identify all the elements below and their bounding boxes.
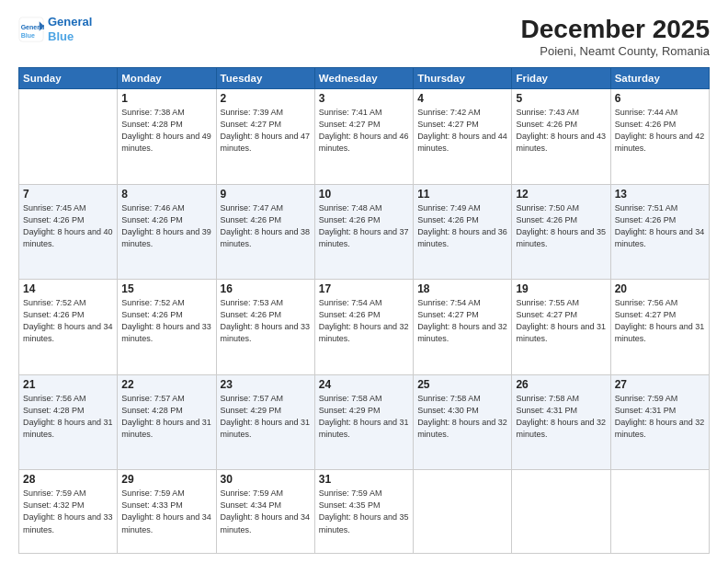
calendar-cell [414,470,512,554]
day-info: Sunrise: 7:58 AMSunset: 4:31 PMDaylight:… [516,393,606,441]
calendar-cell: 15Sunrise: 7:52 AMSunset: 4:26 PMDayligh… [118,280,216,375]
calendar-cell: 25Sunrise: 7:58 AMSunset: 4:30 PMDayligh… [414,374,512,470]
day-info: Sunrise: 7:43 AMSunset: 4:26 PMDaylight:… [516,107,606,155]
calendar-cell: 31Sunrise: 7:59 AMSunset: 4:35 PMDayligh… [314,470,413,554]
location-subtitle: Poieni, Neamt County, Romania [521,44,710,58]
day-number: 30 [221,473,311,486]
day-info: Sunrise: 7:54 AMSunset: 4:26 PMDaylight:… [319,297,409,345]
day-info: Sunrise: 7:42 AMSunset: 4:27 PMDaylight:… [417,107,507,155]
logo-general: General [48,15,92,29]
calendar-week-row: 14Sunrise: 7:52 AMSunset: 4:26 PMDayligh… [19,280,710,375]
calendar-cell: 13Sunrise: 7:51 AMSunset: 4:26 PMDayligh… [610,184,709,280]
calendar-cell: 22Sunrise: 7:57 AMSunset: 4:28 PMDayligh… [118,374,216,470]
day-info: Sunrise: 7:52 AMSunset: 4:26 PMDaylight:… [121,297,211,345]
day-number: 14 [23,282,113,295]
calendar-cell: 4Sunrise: 7:42 AMSunset: 4:27 PMDaylight… [414,89,512,185]
header: General Blue General Blue December 2025 … [18,15,710,58]
calendar-cell: 14Sunrise: 7:52 AMSunset: 4:26 PMDayligh… [19,280,118,375]
col-header-friday: Friday [512,68,610,89]
calendar-cell: 3Sunrise: 7:41 AMSunset: 4:27 PMDaylight… [314,89,413,185]
day-number: 20 [615,282,705,295]
day-info: Sunrise: 7:50 AMSunset: 4:26 PMDaylight:… [516,202,606,250]
day-info: Sunrise: 7:53 AMSunset: 4:26 PMDaylight:… [221,297,311,345]
day-number: 9 [221,188,311,201]
day-number: 18 [417,282,507,295]
day-info: Sunrise: 7:58 AMSunset: 4:29 PMDaylight:… [319,393,409,441]
day-info: Sunrise: 7:59 AMSunset: 4:34 PMDaylight:… [221,488,311,535]
day-number: 7 [23,188,113,201]
day-info: Sunrise: 7:45 AMSunset: 4:26 PMDaylight:… [23,202,113,250]
col-header-thursday: Thursday [414,68,512,89]
day-info: Sunrise: 7:47 AMSunset: 4:26 PMDaylight:… [221,202,311,250]
day-number: 31 [319,473,409,486]
day-info: Sunrise: 7:46 AMSunset: 4:26 PMDaylight:… [121,202,211,250]
calendar-cell: 5Sunrise: 7:43 AMSunset: 4:26 PMDaylight… [512,89,610,185]
day-number: 16 [221,282,311,295]
calendar-cell [610,470,709,554]
day-number: 17 [319,282,409,295]
day-info: Sunrise: 7:38 AMSunset: 4:28 PMDaylight:… [121,107,211,155]
day-info: Sunrise: 7:59 AMSunset: 4:33 PMDaylight:… [121,488,211,535]
day-number: 13 [615,188,705,201]
day-number: 24 [319,378,409,391]
day-info: Sunrise: 7:57 AMSunset: 4:29 PMDaylight:… [221,393,311,441]
day-info: Sunrise: 7:59 AMSunset: 4:31 PMDaylight:… [615,393,705,441]
day-number: 12 [516,188,606,201]
day-number: 29 [121,473,211,486]
calendar-week-row: 28Sunrise: 7:59 AMSunset: 4:32 PMDayligh… [19,470,710,554]
day-number: 28 [23,473,113,486]
calendar-cell: 8Sunrise: 7:46 AMSunset: 4:26 PMDaylight… [118,184,216,280]
col-header-wednesday: Wednesday [314,68,413,89]
col-header-sunday: Sunday [19,68,118,89]
day-info: Sunrise: 7:49 AMSunset: 4:26 PMDaylight:… [417,202,507,250]
calendar-week-row: 21Sunrise: 7:56 AMSunset: 4:28 PMDayligh… [19,374,710,470]
logo-blue: Blue [48,29,92,44]
calendar-cell: 12Sunrise: 7:50 AMSunset: 4:26 PMDayligh… [512,184,610,280]
calendar-cell [512,470,610,554]
day-number: 23 [221,378,311,391]
calendar-week-row: 7Sunrise: 7:45 AMSunset: 4:26 PMDaylight… [19,184,710,280]
calendar-cell: 18Sunrise: 7:54 AMSunset: 4:27 PMDayligh… [414,280,512,375]
calendar-cell [19,89,118,185]
calendar-cell: 29Sunrise: 7:59 AMSunset: 4:33 PMDayligh… [118,470,216,554]
title-block: December 2025 Poieni, Neamt County, Roma… [521,15,710,58]
day-number: 8 [121,188,211,201]
calendar-cell: 30Sunrise: 7:59 AMSunset: 4:34 PMDayligh… [216,470,314,554]
day-number: 21 [23,378,113,391]
day-info: Sunrise: 7:48 AMSunset: 4:26 PMDaylight:… [319,202,409,250]
day-info: Sunrise: 7:41 AMSunset: 4:27 PMDaylight:… [319,107,409,155]
day-number: 6 [615,92,705,105]
calendar-cell: 24Sunrise: 7:58 AMSunset: 4:29 PMDayligh… [314,374,413,470]
day-number: 10 [319,188,409,201]
day-number: 27 [615,378,705,391]
day-info: Sunrise: 7:52 AMSunset: 4:26 PMDaylight:… [23,297,113,345]
calendar-table: SundayMondayTuesdayWednesdayThursdayFrid… [18,67,710,554]
day-info: Sunrise: 7:58 AMSunset: 4:30 PMDaylight:… [417,393,507,441]
day-info: Sunrise: 7:59 AMSunset: 4:32 PMDaylight:… [23,488,113,535]
calendar-cell: 19Sunrise: 7:55 AMSunset: 4:27 PMDayligh… [512,280,610,375]
day-info: Sunrise: 7:39 AMSunset: 4:27 PMDaylight:… [221,107,311,155]
page: General Blue General Blue December 2025 … [0,0,728,563]
calendar-week-row: 1Sunrise: 7:38 AMSunset: 4:28 PMDaylight… [19,89,710,185]
calendar-cell: 2Sunrise: 7:39 AMSunset: 4:27 PMDaylight… [216,89,314,185]
calendar-cell: 9Sunrise: 7:47 AMSunset: 4:26 PMDaylight… [216,184,314,280]
day-info: Sunrise: 7:51 AMSunset: 4:26 PMDaylight:… [615,202,705,250]
logo-icon: General Blue [18,17,44,42]
calendar-cell: 27Sunrise: 7:59 AMSunset: 4:31 PMDayligh… [610,374,709,470]
day-number: 15 [121,282,211,295]
day-info: Sunrise: 7:56 AMSunset: 4:27 PMDaylight:… [615,297,705,345]
month-title: December 2025 [521,15,710,44]
calendar-cell: 28Sunrise: 7:59 AMSunset: 4:32 PMDayligh… [19,470,118,554]
calendar-cell: 23Sunrise: 7:57 AMSunset: 4:29 PMDayligh… [216,374,314,470]
svg-text:Blue: Blue [21,31,35,38]
calendar-cell: 26Sunrise: 7:58 AMSunset: 4:31 PMDayligh… [512,374,610,470]
day-number: 22 [121,378,211,391]
day-info: Sunrise: 7:59 AMSunset: 4:35 PMDaylight:… [319,488,409,535]
calendar-cell: 7Sunrise: 7:45 AMSunset: 4:26 PMDaylight… [19,184,118,280]
day-number: 26 [516,378,606,391]
day-info: Sunrise: 7:44 AMSunset: 4:26 PMDaylight:… [615,107,705,155]
calendar-cell: 11Sunrise: 7:49 AMSunset: 4:26 PMDayligh… [414,184,512,280]
day-number: 3 [319,92,409,105]
day-number: 4 [417,92,507,105]
calendar-header-row: SundayMondayTuesdayWednesdayThursdayFrid… [19,68,710,89]
